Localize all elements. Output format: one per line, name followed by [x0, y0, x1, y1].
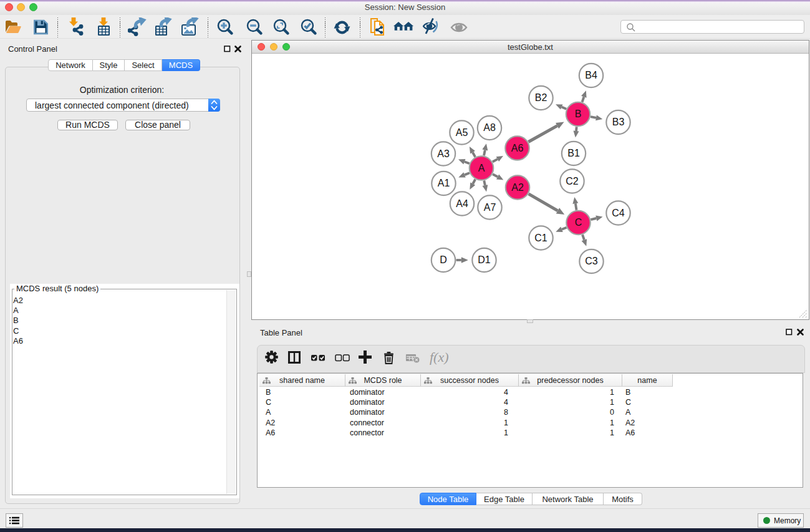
- svg-text:D: D: [440, 254, 447, 265]
- svg-text:C2: C2: [566, 176, 579, 186]
- svg-text:B4: B4: [585, 70, 597, 80]
- svg-text:A2: A2: [511, 182, 524, 193]
- svg-text:B: B: [575, 109, 582, 119]
- svg-text:A7: A7: [484, 202, 496, 213]
- svg-text:B2: B2: [535, 92, 547, 103]
- svg-text:C3: C3: [585, 256, 598, 266]
- svg-text:B3: B3: [612, 117, 625, 127]
- svg-text:A6: A6: [511, 143, 524, 153]
- svg-text:C4: C4: [612, 208, 625, 218]
- svg-text:A4: A4: [456, 198, 468, 209]
- svg-text:C: C: [575, 217, 582, 228]
- svg-text:A8: A8: [483, 122, 496, 133]
- svg-text:B1: B1: [567, 148, 580, 158]
- svg-text:A5: A5: [456, 127, 468, 138]
- svg-text:A3: A3: [437, 148, 450, 159]
- svg-text:D1: D1: [478, 254, 491, 265]
- svg-text:A: A: [478, 163, 485, 173]
- svg-text:A1: A1: [438, 178, 450, 188]
- svg-text:C1: C1: [534, 233, 547, 243]
